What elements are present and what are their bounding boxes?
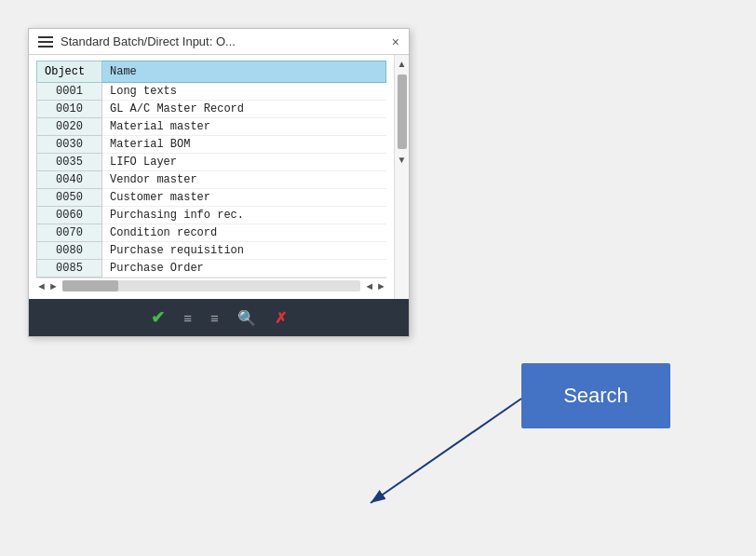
scroll-thumb[interactable] — [398, 75, 407, 149]
cell-object: 0080 — [37, 242, 102, 260]
vertical-scrollbar[interactable]: ▲ ▼ — [394, 55, 409, 299]
cell-name: Vendor master — [102, 171, 386, 189]
cell-name: GL A/C Master Record — [102, 101, 386, 118]
table-row[interactable]: 0085Purchase Order — [37, 260, 386, 278]
table-row[interactable]: 0040Vendor master — [37, 171, 386, 189]
search-toolbar-icon: 🔍 — [237, 309, 256, 327]
dialog-content: Object Name 0001Long texts0010GL A/C Mas… — [29, 55, 394, 299]
data-table: Object Name 0001Long texts0010GL A/C Mas… — [36, 61, 386, 278]
h-scroll-track[interactable] — [62, 280, 360, 292]
table-row[interactable]: 0020Material master — [37, 118, 386, 136]
cell-name: Purchase requisition — [102, 242, 386, 260]
scene: Standard Batch/Direct Input: O... × Obje… — [0, 0, 756, 556]
search-toolbar-button[interactable]: 🔍 — [237, 309, 256, 327]
cell-object: 0040 — [37, 171, 102, 189]
dialog-title: Standard Batch/Direct Input: O... — [61, 34, 385, 48]
horizontal-scrollbar[interactable]: ◄ ► ◄ ► — [36, 278, 386, 293]
svg-line-1 — [371, 399, 521, 503]
hamburger-icon[interactable] — [38, 36, 53, 47]
align-left-button[interactable]: ≡ — [183, 310, 192, 326]
table-row[interactable]: 0080Purchase requisition — [37, 242, 386, 260]
cell-name: Material master — [102, 118, 386, 136]
dialog-window: Standard Batch/Direct Input: O... × Obje… — [28, 28, 410, 337]
check-button[interactable]: ✔ — [151, 307, 165, 328]
cell-object: 0085 — [37, 260, 102, 278]
search-button[interactable]: Search — [521, 363, 670, 428]
h-scroll-right-icon[interactable]: ► — [48, 280, 59, 292]
cell-name: Long texts — [102, 83, 386, 101]
cancel-icon: ✗ — [275, 309, 287, 327]
cell-name: Material BOM — [102, 136, 386, 154]
check-icon: ✔ — [151, 307, 165, 328]
cell-name: Purchase Order — [102, 260, 386, 278]
cell-object: 0010 — [37, 101, 102, 118]
h-scroll-left2-icon[interactable]: ◄ — [364, 280, 374, 292]
h-scroll-thumb[interactable] — [62, 280, 118, 292]
h-scroll-right2-icon[interactable]: ► — [376, 280, 386, 292]
table-row[interactable]: 0060Purchasing info rec. — [37, 207, 386, 224]
table-row[interactable]: 0030Material BOM — [37, 136, 386, 154]
cell-object: 0060 — [37, 207, 102, 224]
close-icon[interactable]: × — [392, 35, 399, 48]
cell-name: Purchasing info rec. — [102, 207, 386, 224]
h-scroll-left-arrows[interactable]: ◄ ► — [36, 280, 59, 292]
table-row[interactable]: 0070Condition record — [37, 224, 386, 242]
title-bar: Standard Batch/Direct Input: O... × — [29, 29, 409, 55]
cell-name: Condition record — [102, 224, 386, 242]
table-row[interactable]: 0001Long texts — [37, 83, 386, 101]
table-row[interactable]: 0010GL A/C Master Record — [37, 101, 386, 118]
cell-name: LIFO Layer — [102, 154, 386, 171]
table-row[interactable]: 0035LIFO Layer — [37, 154, 386, 171]
cell-object: 0035 — [37, 154, 102, 171]
cell-object: 0020 — [37, 118, 102, 136]
toolbar: ✔ ≡ ≡ 🔍 ✗ — [29, 299, 409, 336]
col-header-name: Name — [102, 61, 386, 83]
cell-name: Customer master — [102, 189, 386, 207]
cell-object: 0001 — [37, 83, 102, 101]
table-row[interactable]: 0050Customer master — [37, 189, 386, 207]
h-scroll-right-arrows[interactable]: ◄ ► — [364, 280, 386, 292]
search-button-label: Search — [563, 384, 628, 408]
cell-object: 0070 — [37, 224, 102, 242]
scroll-up-icon[interactable]: ▲ — [398, 57, 407, 71]
cancel-button[interactable]: ✗ — [275, 309, 287, 327]
cell-object: 0050 — [37, 189, 102, 207]
align-right-button[interactable]: ≡ — [210, 310, 219, 326]
scroll-down-icon[interactable]: ▼ — [398, 153, 407, 167]
col-header-object: Object — [37, 61, 102, 83]
dialog-body: Object Name 0001Long texts0010GL A/C Mas… — [29, 55, 409, 299]
align-left-icon: ≡ — [183, 310, 192, 326]
align-right-icon: ≡ — [210, 310, 219, 326]
cell-object: 0030 — [37, 136, 102, 154]
h-scroll-left-icon[interactable]: ◄ — [36, 280, 47, 292]
